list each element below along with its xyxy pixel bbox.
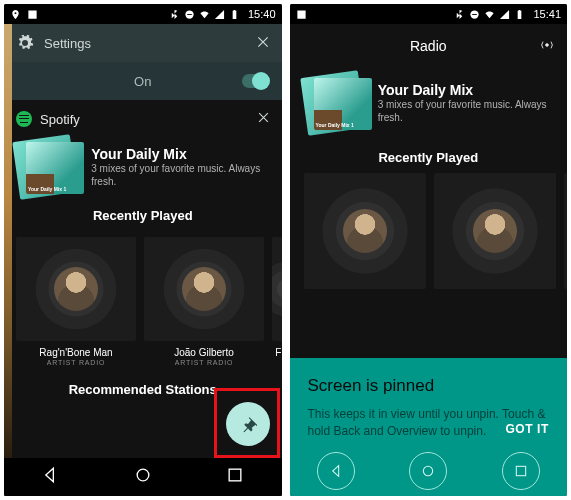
svg-point-6	[546, 43, 549, 46]
android-navbar	[290, 446, 568, 496]
do-not-disturb-icon	[184, 9, 195, 20]
android-navbar	[4, 458, 282, 496]
home-icon	[420, 463, 436, 479]
station-card[interactable]	[434, 173, 556, 289]
recommended-stations-title: Recommended Stations	[16, 382, 270, 397]
wifi-icon	[199, 9, 210, 20]
nav-back-button[interactable]	[317, 452, 355, 490]
battery-icon	[514, 9, 525, 20]
daily-mix-subtitle: 3 mixes of your favorite music. Always f…	[91, 162, 269, 188]
artist-avatar-icon	[343, 209, 387, 253]
signal-icon	[214, 9, 225, 20]
pin-sheet-gotit-button[interactable]: GOT IT	[505, 422, 549, 436]
bluetooth-icon	[454, 9, 465, 20]
qs-on-row[interactable]: On	[4, 62, 282, 100]
daily-mix-text: Your Daily Mix 3 mixes of your favorite …	[378, 82, 553, 124]
daily-mix-subtitle: 3 mixes of your favorite music. Always f…	[378, 98, 553, 124]
svg-point-7	[424, 466, 433, 475]
station-card[interactable]: Rag'n'Bone Man ARTIST RADIO	[16, 237, 136, 366]
back-icon	[328, 463, 344, 479]
back-icon	[40, 465, 60, 485]
appbar-title: Radio	[290, 38, 568, 54]
broadcast-button[interactable]	[539, 37, 555, 56]
artist-avatar-icon	[54, 267, 98, 311]
svg-point-2	[137, 469, 149, 481]
daily-mix-row[interactable]: Your Daily Mix 1 Your Daily Mix 3 mixes …	[304, 74, 554, 132]
overview-icon	[225, 465, 245, 485]
card-sublabel: ARTIST RADIO	[175, 359, 233, 366]
home-icon	[133, 465, 153, 485]
svg-rect-1	[187, 14, 192, 15]
qs-toggle[interactable]	[242, 74, 268, 88]
gear-icon	[16, 34, 34, 52]
phone-left: 15:40 Settings On Spotify Your Daily Mix	[4, 4, 282, 496]
close-icon	[257, 111, 270, 124]
qs-settings-label: Settings	[44, 36, 91, 51]
wallpaper-strip	[4, 24, 12, 458]
svg-rect-5	[473, 14, 478, 15]
daily-mix-title: Your Daily Mix	[91, 146, 269, 162]
pin-icon	[239, 415, 257, 433]
card-label: João Gilberto	[144, 347, 264, 358]
status-bar: 15:40	[4, 4, 282, 24]
do-not-disturb-icon	[469, 9, 480, 20]
recently-played-title: Recently Played	[304, 150, 554, 165]
notif-header: Spotify	[16, 110, 270, 128]
daily-mix-art: Your Daily Mix 1	[304, 74, 368, 132]
nav-home-button[interactable]	[133, 465, 153, 489]
qs-close-button[interactable]	[256, 35, 270, 52]
notif-app-name: Spotify	[40, 112, 249, 127]
pin-sheet-heading: Screen is pinned	[308, 376, 550, 396]
battery-icon	[229, 9, 240, 20]
close-icon	[256, 35, 270, 49]
status-bar: 15:41	[290, 4, 568, 24]
card-sublabel: ARTIST RADIO	[47, 359, 105, 366]
pin-fab-button[interactable]	[226, 402, 270, 446]
station-card[interactable]: Fuert PL	[272, 237, 282, 366]
recently-played-cards[interactable]	[304, 173, 554, 289]
qs-settings-row[interactable]: Settings	[4, 24, 282, 62]
daily-mix-row[interactable]: Your Daily Mix 1 Your Daily Mix 3 mixes …	[16, 138, 270, 196]
status-time: 15:41	[533, 8, 561, 20]
station-card[interactable]: João Gilberto ARTIST RADIO	[144, 237, 264, 366]
daily-mix-title: Your Daily Mix	[378, 82, 553, 98]
bluetooth-icon	[169, 9, 180, 20]
card-label: Fuert	[272, 347, 282, 358]
station-card[interactable]	[564, 173, 568, 289]
wifi-icon	[484, 9, 495, 20]
broadcast-icon	[539, 37, 555, 53]
artist-avatar-icon	[182, 267, 226, 311]
daily-mix-art: Your Daily Mix 1	[16, 138, 81, 196]
recently-played-cards[interactable]: Rag'n'Bone Man ARTIST RADIO João Gilbert…	[16, 237, 270, 366]
qs-on-label: On	[134, 74, 151, 89]
station-card[interactable]	[304, 173, 426, 289]
nav-back-button[interactable]	[40, 465, 60, 489]
signal-icon	[499, 9, 510, 20]
artist-avatar-icon	[473, 209, 517, 253]
recently-played-title: Recently Played	[16, 208, 270, 223]
daily-mix-art-label: Your Daily Mix 1	[28, 187, 66, 192]
daily-mix-text: Your Daily Mix 3 mixes of your favorite …	[91, 146, 269, 188]
radio-appbar: Radio	[290, 24, 568, 68]
notif-close-button[interactable]	[257, 110, 270, 128]
daily-mix-art-label: Your Daily Mix 1	[316, 123, 354, 128]
image-icon	[27, 9, 38, 20]
nav-home-button[interactable]	[409, 452, 447, 490]
nav-overview-button[interactable]	[225, 465, 245, 489]
image-icon	[296, 9, 307, 20]
status-time: 15:40	[248, 8, 276, 20]
svg-rect-8	[516, 466, 525, 475]
card-label: Rag'n'Bone Man	[16, 347, 136, 358]
svg-rect-3	[229, 469, 241, 481]
nav-overview-button[interactable]	[502, 452, 540, 490]
overview-icon	[513, 463, 529, 479]
phone-right: 15:41 Radio Your Daily Mix 1 Your Daily …	[290, 4, 568, 496]
spotify-logo-icon	[16, 111, 32, 127]
location-icon	[10, 9, 21, 20]
